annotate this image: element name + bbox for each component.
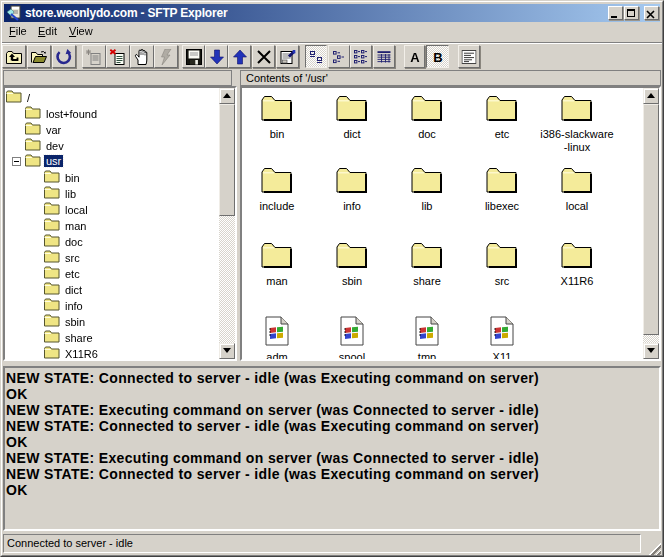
svg-text:A: A [410,49,420,64]
svg-text:B: B [433,49,442,64]
